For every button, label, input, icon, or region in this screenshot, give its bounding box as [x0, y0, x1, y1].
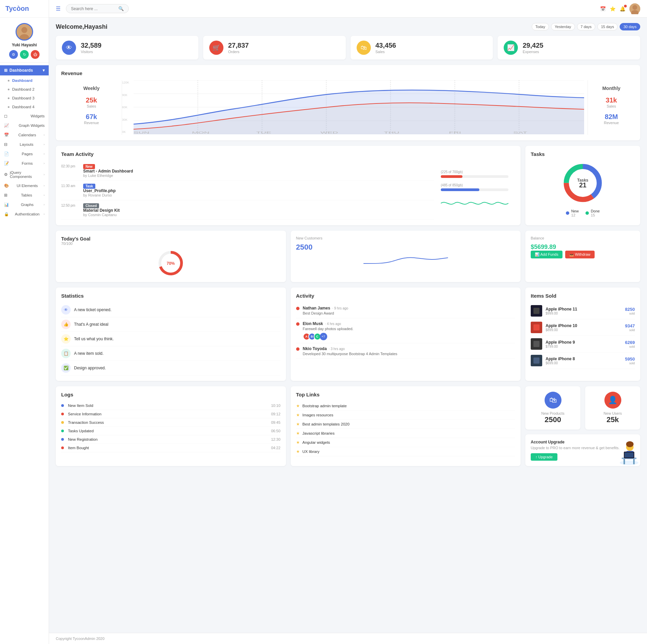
weekly-sales-num: 25k: [86, 96, 97, 104]
sidebar-item-graph-widgets[interactable]: 📈 Graph Widgets: [0, 121, 49, 130]
feed-dot: [296, 322, 299, 326]
top-link-item[interactable]: ★ Bootstrap admin template: [296, 401, 516, 411]
settings-button[interactable]: ⚙: [9, 50, 18, 59]
sidebar-item-authentication[interactable]: 🔒 Authentication ›: [0, 209, 49, 219]
star-icon: ⭐: [61, 334, 71, 344]
chevron-right-icon: ›: [44, 193, 45, 197]
monthly-revenue-label: Revenue: [604, 121, 619, 125]
orders-number: 27,837: [228, 42, 249, 49]
sidebar-item-dashboard3[interactable]: Dashboard 3: [0, 94, 49, 102]
svg-point-49: [626, 441, 633, 447]
brand-name: Tycòon: [5, 5, 29, 12]
sidebar: Tycòon Yuki Hayashi ⚙ ↻ ⏻ ⊞ Dashboards ▾…: [0, 0, 49, 644]
stat-card-orders: 🛒 27,837 Orders: [203, 36, 346, 60]
revenue-weekly: Weekly 25k Sales 67k Revenue: [61, 80, 122, 135]
user-avatar[interactable]: [629, 3, 640, 14]
sidebar-item-widgets[interactable]: ◻ Widgets: [0, 111, 49, 121]
jquery-icon: ⚙: [4, 172, 8, 177]
notification-icon[interactable]: 🔔: [620, 6, 625, 12]
sidebar-item-ui-elements[interactable]: 🎨 UI Elements ›: [0, 181, 49, 190]
chevron-right-icon: ›: [44, 184, 45, 187]
search-icon[interactable]: 🔍: [118, 6, 124, 11]
sidebar-item-graphs[interactable]: 📊 Graphs ›: [0, 200, 49, 209]
sidebar-item-dashboard2[interactable]: Dashboard 2: [0, 85, 49, 94]
sidebar-item-pages[interactable]: 📄 Pages ›: [0, 149, 49, 159]
menu-toggle-button[interactable]: ☰: [56, 5, 61, 12]
sidebar-item-calendars[interactable]: 📅 Calendars ›: [0, 130, 49, 140]
filter-yesterday[interactable]: Yesterday: [551, 23, 575, 30]
refresh-button[interactable]: ↻: [20, 50, 29, 59]
revenue-title: Revenue: [61, 70, 635, 76]
new-products-card: 🛍 New Products 2500: [525, 386, 580, 430]
svg-rect-45: [624, 459, 625, 464]
donut-container: Tasks 21 New 12: [531, 161, 635, 217]
star-icon: ★: [296, 413, 300, 417]
stats-grid: 👁 32,589 Visitors 🛒 27,837 Orders 🛍 43,4…: [56, 36, 640, 60]
header-actions: 📅 ⭐ 🔔: [600, 3, 640, 14]
filter-30days[interactable]: 30 days: [620, 23, 640, 30]
filter-7days[interactable]: 7 days: [577, 23, 595, 30]
calendar-icon[interactable]: 📅: [600, 6, 606, 12]
sidebar-item-dashboards[interactable]: ⊞ Dashboards ▾: [0, 65, 49, 75]
item-image: [531, 338, 542, 350]
sidebar-item-forms[interactable]: 📝 Forms ›: [0, 159, 49, 168]
avatar: [16, 23, 33, 41]
svg-rect-40: [533, 358, 540, 364]
weekly-label: Weekly: [83, 86, 100, 91]
new-users-card: 👤 New Users 25k: [585, 386, 640, 430]
top-link-item[interactable]: ★ Angular widgets: [296, 438, 516, 447]
revenue-chart-svg: SUN MON TUE WED THU FRI SAT: [134, 80, 584, 134]
chevron-right-icon: ›: [44, 212, 45, 216]
star-icon: ★: [296, 404, 300, 408]
filter-15days[interactable]: 15 days: [597, 23, 618, 30]
sidebar-item-dashboard[interactable]: Dashboard: [0, 76, 49, 85]
top-link-item[interactable]: ★ Best admin templates 2020: [296, 420, 516, 429]
auth-icon: 🔒: [4, 212, 9, 216]
sidebar-item-jquery[interactable]: ⚙ jQuery Components ›: [0, 168, 49, 181]
statistics-title: Statistics: [61, 293, 281, 299]
feed-avatars: A B C +7: [303, 333, 354, 340]
team-activity-card: Team Activity 02:30 pm New Smart - Admin…: [56, 146, 521, 225]
logout-button[interactable]: ⏻: [31, 50, 40, 59]
legend-dot-new: [566, 211, 569, 215]
content-area: Welcome,Hayashi Today Yesterday 7 days 1…: [49, 18, 647, 633]
top-links-card: Top Links ★ Bootstrap admin template ★ I…: [291, 386, 521, 466]
balance-label: Balance: [531, 236, 635, 240]
feed-item: Nathan James· 9 hrs ago Best Design Awar…: [296, 303, 516, 318]
balance-buttons: 📊 Add Funds 📤 Withdraw: [531, 251, 635, 258]
list-item: ⭐ Tell us what you think.: [61, 332, 281, 346]
sidebar-item-dashboard4[interactable]: Dashboard 4: [0, 102, 49, 111]
svg-point-41: [620, 461, 639, 465]
welcome-title: Welcome,Hayashi: [56, 23, 107, 30]
stat-card-visitors: 👁 32,589 Visitors: [56, 36, 198, 60]
date-filters: Today Yesterday 7 days 15 days 30 days: [532, 23, 640, 30]
upgrade-button[interactable]: ↑ Upgrade: [531, 453, 557, 461]
search-container: 🔍: [66, 4, 600, 13]
sidebar-item-layouts[interactable]: ⊟ Layouts ›: [0, 140, 49, 149]
search-input[interactable]: [71, 6, 118, 11]
log-item: Tasks Updated 06:50: [61, 427, 281, 435]
profile-actions: ⚙ ↻ ⏻: [9, 50, 40, 59]
log-item: Transaction Success 09:45: [61, 418, 281, 427]
item-sold-count: 6269 sold: [625, 340, 635, 348]
sidebar-item-tables[interactable]: ⊞ Tables ›: [0, 190, 49, 200]
top-link-item[interactable]: ★ Images resources: [296, 411, 516, 420]
top-link-item[interactable]: ★ Javascript libraries: [296, 429, 516, 438]
add-funds-button[interactable]: 📊 Add Funds: [531, 251, 562, 258]
weekly-sales-label: Sales: [87, 104, 96, 108]
layouts-icon: ⊟: [4, 142, 7, 147]
logs-title: Logs: [61, 392, 281, 397]
filter-today[interactable]: Today: [532, 23, 549, 30]
weekly-revenue-label: Revenue: [84, 121, 99, 125]
notification-badge: [624, 5, 627, 7]
log-dot: [61, 404, 64, 407]
star-icon[interactable]: ⭐: [610, 6, 616, 12]
top-links-title: Top Links: [296, 392, 516, 397]
expenses-label: Expenses: [523, 50, 543, 54]
legend-dot-done: [585, 211, 589, 215]
top-link-item[interactable]: ★ UX library: [296, 447, 516, 456]
chevron-right-icon: ›: [44, 143, 45, 146]
check-icon: ✅: [61, 363, 71, 373]
bar-fill-red: [441, 175, 462, 178]
withdraw-button[interactable]: 📤 Withdraw: [565, 251, 595, 258]
